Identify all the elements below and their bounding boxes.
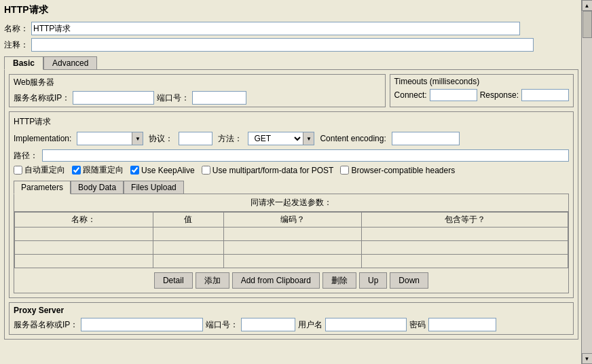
table-row <box>15 255 568 268</box>
inner-tab-row: Parameters Body Data Files Upload <box>14 180 569 194</box>
browser-headers-checkbox[interactable] <box>340 166 349 175</box>
scroll-down-button[interactable]: ▼ <box>582 353 593 364</box>
follow-redirect-checkbox[interactable] <box>72 166 81 175</box>
proxy-port-label: 端口号： <box>206 319 238 331</box>
proxy-user-input[interactable] <box>325 318 407 331</box>
parameters-content: 同请求一起发送参数： 名称： 值 编码？ 包含等于？ <box>14 194 569 293</box>
panel-title: HTTP请求 <box>4 4 578 16</box>
server-input[interactable] <box>73 91 154 105</box>
col-include-header: 包含等于？ <box>362 213 568 228</box>
col-encode-header: 编码？ <box>223 213 362 228</box>
inner-tabs: Parameters Body Data Files Upload 同请求一起发… <box>14 180 569 293</box>
note-label: 注释： <box>4 39 29 51</box>
path-row: 路径： <box>14 149 569 162</box>
add-button[interactable]: 添加 <box>196 272 229 289</box>
method-select[interactable]: GET POST PUT DELETE HEAD OPTIONS PATCH <box>248 132 303 145</box>
proxy-server-input[interactable] <box>81 318 203 331</box>
response-input[interactable] <box>521 89 569 101</box>
auto-redirect-label: 自动重定向 <box>24 164 65 176</box>
checkbox-row: 自动重定向 跟随重定向 Use KeepAlive Use multi <box>14 164 569 176</box>
protocol-label: 协议： <box>149 133 173 145</box>
impl-input[interactable] <box>77 132 132 145</box>
scrollbar: ▲ ▼ <box>581 0 592 364</box>
col-value-header: 值 <box>153 213 223 228</box>
tab-body-data[interactable]: Body Data <box>71 181 124 194</box>
main-tabs: Basic Advanced Web服务器 服务名称或IP： 端口号： <box>4 56 578 340</box>
empty-cell <box>223 255 362 268</box>
impl-row: Implementation: ▼ 协议： 方法： GET POST <box>14 132 569 145</box>
empty-cell <box>362 241 568 255</box>
method-arrow-icon[interactable]: ▼ <box>303 132 314 145</box>
multipart-label: Use multipart/form-data for POST <box>212 166 334 175</box>
server-timeouts-row: Web服务器 服务名称或IP： 端口号： Timeouts (milliseco… <box>9 74 574 107</box>
method-combo[interactable]: GET POST PUT DELETE HEAD OPTIONS PATCH ▼ <box>248 132 314 145</box>
encoding-input[interactable] <box>392 132 460 145</box>
encoding-label: Content encoding: <box>320 134 386 143</box>
proxy-password-input[interactable] <box>428 318 496 331</box>
http-section-title: HTTP请求 <box>14 116 569 128</box>
impl-arrow-icon[interactable]: ▼ <box>132 132 143 145</box>
proxy-title: Proxy Server <box>14 306 569 315</box>
tab-basic[interactable]: Basic <box>4 56 43 70</box>
params-table-header: 名称： 值 编码？ 包含等于？ <box>15 213 568 228</box>
down-button[interactable]: Down <box>390 272 428 289</box>
params-table: 名称： 值 编码？ 包含等于？ <box>14 212 568 268</box>
path-input[interactable] <box>42 149 569 162</box>
server-label: 服务名称或IP： <box>14 92 70 104</box>
multipart-item: Use multipart/form-data for POST <box>202 166 334 175</box>
params-header: 同请求一起发送参数： <box>14 194 568 212</box>
keepalive-checkbox[interactable] <box>130 166 139 175</box>
auto-redirect-checkbox[interactable] <box>14 166 22 175</box>
connect-input[interactable] <box>430 89 477 101</box>
timeouts-row: Connect: Response: <box>394 89 569 101</box>
detail-button[interactable]: Detail <box>154 272 193 289</box>
note-row: 注释： <box>4 38 578 52</box>
col-name-header: 名称： <box>15 213 153 228</box>
protocol-input[interactable] <box>179 132 212 145</box>
empty-cell <box>15 228 153 241</box>
response-label: Response: <box>480 90 519 100</box>
empty-cell <box>153 241 223 255</box>
tab-row: Basic Advanced <box>4 56 578 69</box>
up-button[interactable]: Up <box>359 272 387 289</box>
empty-cell <box>15 255 153 268</box>
scroll-thumb[interactable] <box>582 11 592 38</box>
empty-cell <box>362 255 568 268</box>
note-input[interactable] <box>31 38 534 52</box>
tab-advanced[interactable]: Advanced <box>43 56 97 70</box>
delete-button[interactable]: 删除 <box>322 272 356 289</box>
impl-combo[interactable]: ▼ <box>77 132 143 145</box>
http-request-section: HTTP请求 Implementation: ▼ 协议： 方法： <box>9 111 574 298</box>
proxy-port-input[interactable] <box>241 318 295 331</box>
empty-cell <box>362 228 568 241</box>
name-label: 名称： <box>4 23 29 35</box>
proxy-user-label: 用户名 <box>298 319 322 331</box>
empty-cell <box>223 241 362 255</box>
server-row: 服务名称或IP： 端口号： <box>14 91 381 105</box>
web-server-group: Web服务器 服务名称或IP： 端口号： <box>9 74 386 107</box>
keepalive-item: Use KeepAlive <box>130 166 195 175</box>
method-label: 方法： <box>218 133 242 145</box>
name-input[interactable] <box>31 22 520 35</box>
follow-redirect-label: 跟随重定向 <box>83 164 124 176</box>
main-panel: HTTP请求 名称： 注释： Basic Advanced Web <box>0 0 592 364</box>
tab-basic-content: Web服务器 服务名称或IP： 端口号： Timeouts (milliseco… <box>4 69 578 340</box>
proxy-section: Proxy Server 服务器名称或IP： 端口号： 用户名 密码 <box>9 302 574 335</box>
multipart-checkbox[interactable] <box>202 166 210 175</box>
auto-redirect-item: 自动重定向 <box>14 164 65 176</box>
empty-cell <box>15 241 153 255</box>
timeouts-title: Timeouts (milliseconds) <box>394 77 569 86</box>
empty-cell <box>153 255 223 268</box>
path-label: 路径： <box>14 150 38 162</box>
scroll-track[interactable] <box>582 11 592 353</box>
port-input[interactable] <box>192 91 246 105</box>
tab-parameters[interactable]: Parameters <box>14 181 71 194</box>
add-clipboard-button[interactable]: Add from Clipboard <box>232 272 320 289</box>
impl-label: Implementation: <box>14 134 71 143</box>
params-table-body <box>15 228 568 268</box>
web-server-title: Web服务器 <box>14 77 381 88</box>
connect-label: Connect: <box>394 90 427 100</box>
scroll-up-button[interactable]: ▲ <box>582 0 593 11</box>
keepalive-label: Use KeepAlive <box>141 166 195 175</box>
tab-files-upload[interactable]: Files Upload <box>124 181 184 194</box>
